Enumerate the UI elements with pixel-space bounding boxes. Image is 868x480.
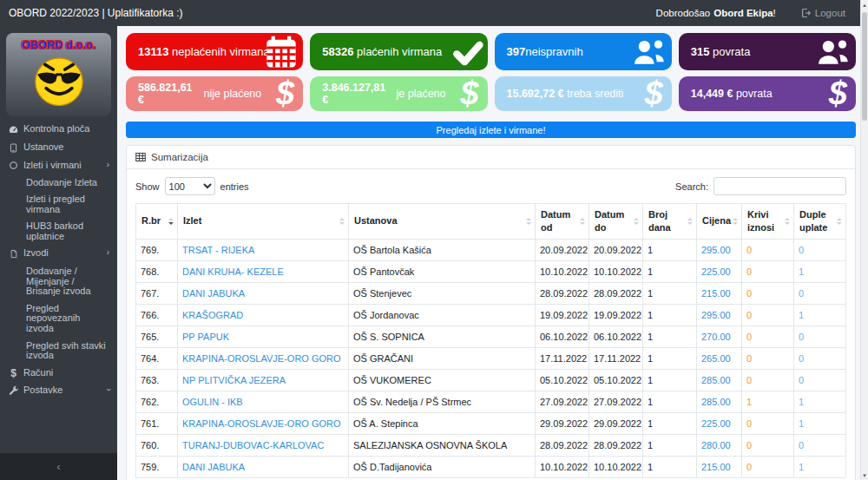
krivi-link[interactable]: 0: [746, 288, 752, 299]
krivi-link[interactable]: 1: [746, 397, 752, 407]
column-header-datum-do[interactable]: Datum do: [589, 204, 643, 240]
scroll-up-button[interactable]: ▲: [861, 0, 868, 10]
column-header-duple-uplate[interactable]: Duple uplate: [794, 204, 846, 240]
cell-datum-od: 27.09.2022: [536, 391, 589, 412]
cell-cijena: 215.00: [697, 456, 742, 477]
cijena-link[interactable]: 265.00: [701, 353, 731, 364]
sidebar-item-racuni[interactable]: $Računi: [0, 365, 117, 383]
cijena-link[interactable]: 215.00: [701, 462, 731, 472]
cell-rbr: 762.: [136, 391, 178, 412]
cijena-link[interactable]: 295.00: [701, 245, 731, 255]
krivi-link[interactable]: 0: [746, 375, 752, 385]
izlet-link[interactable]: KRAŠOGRAD: [182, 310, 243, 320]
cijena-link[interactable]: 270.00: [701, 332, 731, 342]
duple-link[interactable]: 0: [799, 440, 804, 450]
duple-link[interactable]: 1: [799, 462, 804, 472]
stat-card-refund-amount: 14,449 € povrata $: [679, 76, 856, 111]
krivi-link[interactable]: 0: [746, 353, 752, 364]
krivi-link[interactable]: 0: [746, 310, 752, 320]
column-header-ustanova[interactable]: Ustanova: [349, 204, 536, 240]
duple-link[interactable]: 1: [799, 266, 804, 277]
page-size-select[interactable]: 100: [165, 177, 215, 195]
izlet-link[interactable]: TURANJ-DUBOVAC-KARLOVAC: [182, 440, 324, 450]
column-header-rbr[interactable]: R.br: [136, 204, 178, 240]
krivi-link[interactable]: 0: [746, 266, 752, 277]
page-scrollbar[interactable]: ▲ ▼: [860, 0, 868, 480]
izlet-link[interactable]: OGULIN - IKB: [182, 397, 243, 407]
cijena-link[interactable]: 285.00: [701, 375, 731, 385]
cell-ustanova: OŠ Sv. Nedelja / PŠ Strmec: [349, 391, 536, 412]
sidebar-item-dodavanje-mijenjanje-brisanje-izvoda[interactable]: Dodavanje / Mijenjanje / Brisanje izvoda: [0, 263, 117, 300]
cijena-link[interactable]: 295.00: [701, 310, 731, 320]
welcome-username: Obord Ekipa: [713, 8, 773, 18]
izlet-link[interactable]: DANI KRUHA- KEZELE: [182, 266, 284, 277]
cell-rbr: 768.: [136, 260, 178, 282]
cell-broj-dana: 1: [643, 325, 697, 347]
cijena-link[interactable]: 225.00: [701, 266, 731, 277]
krivi-link[interactable]: 0: [746, 418, 752, 429]
cijena-link[interactable]: 215.00: [701, 288, 731, 299]
column-header-izlet[interactable]: Izlet: [178, 204, 349, 240]
sort-icon: [733, 218, 738, 225]
sidebar-item-postavke[interactable]: Postavke ›: [0, 382, 117, 399]
stat-value: 397: [507, 45, 526, 58]
duple-link[interactable]: 1: [799, 310, 804, 320]
sidebar-item-izleti-i-pregled-virmana[interactable]: Izleti i pregled virmana: [0, 191, 117, 218]
cell-ustanova: OŠ Bartola Kašića: [349, 239, 536, 260]
cijena-link[interactable]: 285.00: [701, 397, 731, 407]
view-trips-button[interactable]: Pregledaj izlete i virmane!: [126, 122, 856, 138]
duple-link[interactable]: 1: [799, 418, 804, 429]
krivi-link[interactable]: 0: [746, 462, 752, 472]
cijena-link[interactable]: 280.00: [701, 440, 731, 450]
izlet-link[interactable]: NP PLITVIČKA JEZERA: [182, 375, 286, 385]
sort-icon: [687, 218, 693, 225]
cell-krivi-iznosi: 0: [742, 239, 794, 260]
izlet-link[interactable]: DANI JABUKA: [182, 462, 245, 472]
cijena-link[interactable]: 225.00: [701, 418, 731, 429]
krivi-link[interactable]: 0: [746, 245, 752, 255]
sidebar-item-ustanove[interactable]: Ustanove: [0, 139, 117, 157]
cell-datum-od: 28.09.2022: [536, 434, 589, 456]
sidebar-item-kontrolna-ploca[interactable]: Kontrolna ploča: [0, 121, 117, 139]
brand-logo[interactable]: OBORD d.o.o.: [6, 33, 111, 116]
sidebar-item-pregled-nepovezanih-izvoda[interactable]: Pregled nepovezanih izvoda: [0, 300, 117, 338]
sidebar-item-izvodi[interactable]: Izvodi ›: [0, 245, 117, 263]
scroll-down-button[interactable]: ▼: [861, 470, 868, 480]
cell-izlet: KRAŠOGRAD: [178, 304, 349, 325]
cell-cijena: 280.00: [697, 434, 742, 456]
cell-broj-dana: 1: [643, 282, 697, 304]
sidebar-collapse-button[interactable]: ‹: [0, 453, 117, 480]
krivi-link[interactable]: 0: [746, 440, 752, 450]
duple-link[interactable]: 0: [799, 353, 804, 364]
duple-link[interactable]: 0: [799, 332, 804, 342]
column-header-datum-od[interactable]: Datum od: [536, 204, 589, 240]
cell-datum-od: 17.11.2022: [536, 347, 589, 369]
cell-duple-uplate: 1: [794, 260, 846, 282]
izlet-link[interactable]: TRSAT - RIJEKA: [182, 245, 254, 255]
logout-button[interactable]: Logout: [800, 8, 845, 18]
izlet-link[interactable]: KRAPINA-OROSLAVJE-ORO GORO: [182, 418, 341, 429]
cell-cijena: 295.00: [697, 239, 742, 260]
column-header-cijena[interactable]: Cijena: [697, 204, 742, 240]
stat-card-unpaid-amount: 586.821,61 € nije plaćeno $: [126, 76, 303, 111]
search-input[interactable]: [713, 177, 846, 195]
cell-datum-do: 29.09.2022: [589, 412, 643, 434]
izlet-link[interactable]: KRAPINA-OROSLAVJE-ORO GORO: [182, 353, 341, 364]
duple-link[interactable]: 1: [799, 397, 804, 407]
sidebar-item-izleti-i-virmani[interactable]: Izleti i virmani ›: [0, 157, 117, 174]
duple-link[interactable]: 0: [799, 245, 804, 255]
scrollbar-thumb[interactable]: [862, 12, 867, 121]
izlet-link[interactable]: DANI JABUKA: [182, 288, 245, 299]
cell-datum-od: 29.09.2022: [536, 412, 589, 434]
sidebar-item-pregled-svih-stavki-izvoda[interactable]: Pregled svih stavki izvoda: [0, 338, 117, 365]
cell-izlet: DANI JABUKA: [178, 282, 349, 304]
sidebar-item-dodavanje-izleta[interactable]: Dodavanje Izleta: [0, 174, 117, 192]
column-header-broj-dana[interactable]: Broj dana: [643, 204, 697, 240]
izlet-link[interactable]: PP PAPUK: [182, 332, 229, 342]
duple-link[interactable]: 0: [799, 375, 804, 385]
krivi-link[interactable]: 0: [746, 332, 752, 342]
column-header-krivi-iznosi[interactable]: Krivi iznosi: [742, 204, 794, 240]
sidebar-item-hub3-barkod-uplatnice[interactable]: HUB3 barkod uplatnice: [0, 218, 117, 245]
table-row: 764. KRAPINA-OROSLAVJE-ORO GORO OŠ GRAČA…: [136, 347, 846, 369]
duple-link[interactable]: 0: [799, 288, 804, 299]
